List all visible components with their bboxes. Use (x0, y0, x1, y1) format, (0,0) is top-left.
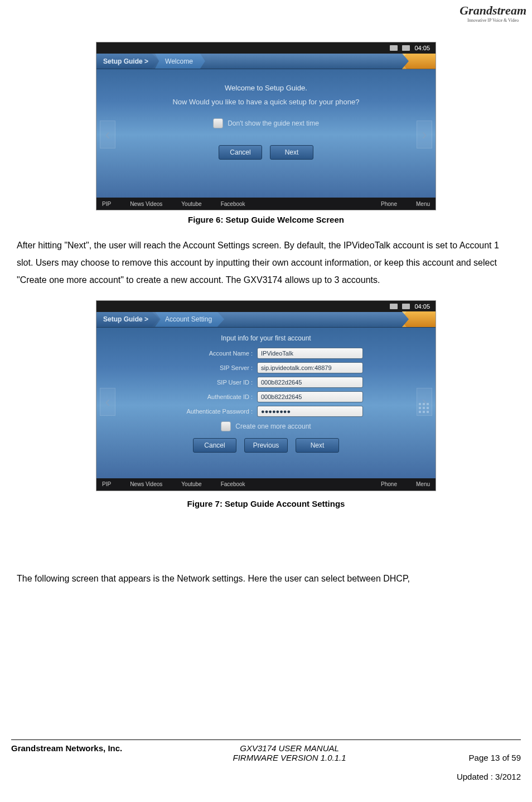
cancel-button[interactable]: Cancel (193, 438, 236, 453)
bottombar-news[interactable]: News Videos (130, 201, 162, 207)
breadcrumb-current: Welcome (155, 54, 205, 69)
sip-server-input[interactable]: sip.ipvideotalk.com:48879 (257, 362, 363, 373)
apps-grid-icon[interactable] (419, 403, 431, 413)
auth-password-input[interactable]: ●●●●●●●● (257, 406, 363, 417)
bottombar-pip[interactable]: PIP (102, 201, 111, 207)
volume-icon (402, 45, 410, 51)
status-time: 04:05 (414, 303, 430, 310)
breadcrumb-current: Account Setting (155, 312, 224, 327)
footer-manual: GXV3174 USER MANUAL (122, 743, 457, 753)
keyboard-icon (390, 45, 398, 51)
bottombar-news[interactable]: News Videos (130, 481, 162, 487)
brand-name: Grandstream (460, 3, 526, 18)
form-title: Input info for your first account (124, 334, 408, 342)
figure-7-caption: Figure 7: Setup Guide Account Settings (11, 499, 521, 508)
breadcrumb: Setup Guide > Welcome (96, 54, 436, 69)
progress-arrow-icon (402, 54, 436, 69)
brand-logo: Grandstream Innovative IP Voice & Video (460, 3, 526, 23)
bottom-bar: PIP News Videos Youtube Facebook Phone M… (96, 478, 436, 491)
volume-icon (402, 304, 410, 309)
account-name-label: Account Name : (169, 350, 253, 357)
footer-company: Grandstream Networks, Inc. (11, 743, 122, 791)
bottombar-youtube[interactable]: Youtube (181, 201, 201, 207)
status-bar: 04:05 (96, 301, 436, 312)
figure-6-screenshot: 04:05 Setup Guide > Welcome ‹ › Welcome … (96, 42, 436, 210)
create-more-label: Create one more account (235, 422, 311, 430)
status-bar: 04:05 (96, 42, 436, 54)
footer-updated: Updated : 3/2012 (457, 772, 521, 781)
sip-server-label: SIP Server : (169, 364, 253, 371)
welcome-title: Welcome to Setup Guide. (119, 84, 413, 92)
previous-button[interactable]: Previous (244, 438, 288, 453)
bottombar-menu[interactable]: Menu (416, 481, 430, 487)
welcome-subtitle: Now Would you like to have a quick setup… (119, 98, 413, 106)
auth-password-label: Authenticate Password : (169, 408, 253, 415)
create-more-checkbox[interactable] (221, 421, 231, 431)
dont-show-checkbox[interactable] (213, 118, 223, 128)
next-page-arrow[interactable]: › (417, 121, 432, 148)
page-footer: Grandstream Networks, Inc. GXV3174 USER … (11, 739, 521, 791)
bottombar-facebook[interactable]: Facebook (221, 481, 245, 487)
dont-show-label: Don't show the guide next time (228, 119, 319, 127)
next-button[interactable]: Next (296, 438, 339, 453)
bottombar-youtube[interactable]: Youtube (181, 481, 201, 487)
next-button[interactable]: Next (270, 145, 313, 160)
bottombar-phone[interactable]: Phone (381, 481, 397, 487)
auth-id-label: Authenticate ID : (169, 393, 253, 400)
figure-7-screenshot: 04:05 Setup Guide > Account Setting ‹ › … (96, 300, 436, 491)
bottombar-facebook[interactable]: Facebook (221, 201, 245, 207)
cancel-button[interactable]: Cancel (219, 145, 262, 160)
brand-tagline: Innovative IP Voice & Video (460, 18, 526, 23)
breadcrumb: Setup Guide > Account Setting (96, 312, 436, 328)
bottombar-phone[interactable]: Phone (381, 201, 397, 207)
bottombar-menu[interactable]: Menu (416, 201, 430, 207)
sip-user-label: SIP User ID : (169, 379, 253, 386)
bottom-bar: PIP News Videos Youtube Facebook Phone M… (96, 198, 436, 210)
figure-6-caption: Figure 6: Setup Guide Welcome Screen (11, 215, 521, 224)
breadcrumb-root[interactable]: Setup Guide > (96, 54, 159, 69)
keyboard-icon (390, 304, 398, 309)
paragraph-1: After hitting "Next", the user will reac… (17, 237, 515, 289)
status-time: 04:05 (414, 45, 430, 51)
prev-page-arrow[interactable]: ‹ (100, 388, 115, 416)
progress-arrow-icon (402, 311, 436, 327)
paragraph-2: The following screen that appears is the… (17, 570, 515, 587)
auth-id-input[interactable]: 000b822d2645 (257, 391, 363, 402)
sip-user-input[interactable]: 000b822d2645 (257, 377, 363, 388)
footer-firmware: FIRMWARE VERSION 1.0.1.1 (122, 753, 457, 762)
account-name-input[interactable]: IPVideoTalk (257, 348, 363, 359)
footer-page: Page 13 of 59 (457, 753, 521, 762)
prev-page-arrow[interactable]: ‹ (100, 121, 115, 148)
bottombar-pip[interactable]: PIP (102, 481, 111, 487)
breadcrumb-root[interactable]: Setup Guide > (96, 312, 159, 327)
